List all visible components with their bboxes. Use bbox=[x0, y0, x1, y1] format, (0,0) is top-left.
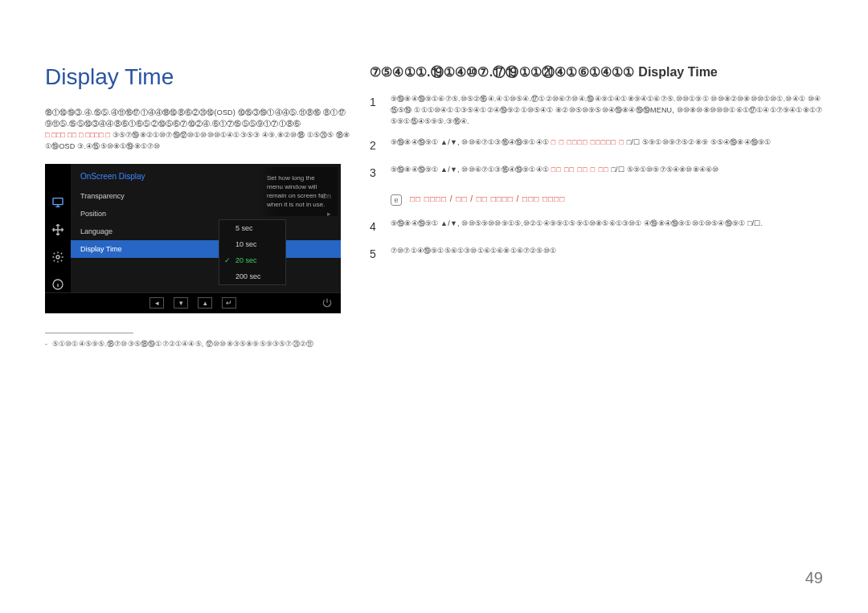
step-5: 5 ⑦⑩⑦①④⑲⑨①⑤⑥①③⑩①⑥①⑥⑧①⑥⑦②⑤⑩① bbox=[370, 246, 823, 264]
step-body: ⑨⑲⑧④⑲⑨① ▲/▼, ⑩⑩⑥⑦①③⑯④⑲⑨①④① □ □ □□□□ □□□□… bbox=[391, 137, 823, 155]
osd-item-display-time[interactable]: Display Time bbox=[71, 240, 341, 258]
step-body: ⑨⑲⑧④⑲⑨①⑥⑦⑤.⑩⑤②⑯④.④①⑩⑤④.⑰①②⑩⑥⑦⑩④.⑲④⑨①④①⑧⑨… bbox=[391, 94, 823, 128]
intro-para-1: ⑱①⑩⑲③.④.⑮⑤.④⑪⑯⑰①④④⑱⑩⑧⑥②⑳⑩(OSD) ⑩⑮③⑲①④④⑤.… bbox=[45, 108, 350, 130]
step-3: 3 ⑨⑲⑧④⑲⑨① ▲/▼, ⑩⑩⑥⑦①③⑯④⑲⑨①④① □□ □□ □□ □ … bbox=[370, 165, 823, 182]
gear-icon[interactable] bbox=[50, 249, 66, 265]
option-10sec[interactable]: 10 sec bbox=[219, 236, 285, 252]
osd-nav-bar: ◂ ▾ ▴ ↵ bbox=[45, 292, 341, 313]
footnote-bullet: - bbox=[45, 340, 47, 349]
osd-sidebar bbox=[45, 164, 71, 292]
osd-description: Set how long the menu window will remain… bbox=[260, 167, 338, 216]
osd-item-label: Display Time bbox=[80, 245, 331, 253]
option-20sec[interactable]: 20 sec bbox=[219, 252, 285, 268]
step-4: 4 ⑨⑲⑧④⑲⑨① ▲/▼, ⑩⑩⑤⑨⑩⑩⑨①⑤.⑩②①④⑨⑨①⑤⑨①⑩⑧⑤⑥①… bbox=[370, 219, 823, 236]
footnote-separator bbox=[45, 333, 133, 333]
page-title: Display Time bbox=[45, 64, 350, 90]
nav-enter-icon[interactable]: ↵ bbox=[222, 297, 236, 309]
step-number: 1 bbox=[370, 94, 381, 128]
step-body-red: □ □ □□□□ □□□□□ □ bbox=[551, 138, 624, 146]
nav-up-icon[interactable]: ▴ bbox=[198, 297, 212, 309]
page-number: 49 bbox=[805, 569, 823, 587]
step-number: 4 bbox=[370, 219, 381, 236]
svg-rect-0 bbox=[53, 198, 63, 204]
svg-point-1 bbox=[56, 255, 59, 259]
step-number: 5 bbox=[370, 246, 381, 264]
osd-panel: OnScreen Display Transparency On Positio… bbox=[45, 164, 341, 313]
nav-left-icon[interactable]: ◂ bbox=[149, 297, 164, 309]
step-body-post: □/☐ ⑤⑨①⑩⑨⑦⑤②⑧⑨ ⑤⑤④⑲⑧④⑲⑨① bbox=[627, 138, 772, 146]
move-icon[interactable] bbox=[50, 222, 66, 238]
option-5sec[interactable]: 5 sec bbox=[219, 220, 285, 236]
procedure-heading-main: Display Time bbox=[638, 65, 717, 79]
option-200sec[interactable]: 200 sec bbox=[219, 268, 285, 284]
step-body: ⑨⑲⑧④⑲⑨① ▲/▼, ⑩⑩⑤⑨⑩⑩⑨①⑤.⑩②①④⑨⑨①⑤⑨①⑩⑧⑤⑥①③⑩… bbox=[391, 219, 823, 236]
display-time-options: 5 sec 10 sec 20 sec 200 sec bbox=[219, 219, 286, 285]
monitor-icon[interactable] bbox=[50, 194, 66, 210]
footnote-block: - ⑤①⑩①④⑤⑨⑤.⑱⑦⑩③⑤⑱⑲①⑦②①④④⑤, ⑫⑩⑩⑧③⑤⑧⑨⑤⑨③⑤⑦… bbox=[45, 333, 350, 349]
info-icon[interactable] bbox=[50, 276, 66, 292]
power-icon[interactable] bbox=[321, 297, 333, 309]
step-body-red: □□ □□ □□ □ □□ bbox=[551, 166, 609, 174]
procedure-heading: ⑦⑤④①①.⑲①④⑩⑦.⑰⑲①①⑳④①⑥①④①① Display Time bbox=[370, 64, 823, 81]
info-callout: e □□ □□□□ / □□ / □□ □□□□ / □□□ □□□□ bbox=[391, 194, 823, 206]
osd-item-label: Language bbox=[80, 227, 331, 235]
info-callout-icon: e bbox=[391, 194, 402, 206]
step-number: 2 bbox=[370, 137, 381, 155]
step-1: 1 ⑨⑲⑧④⑲⑨①⑥⑦⑤.⑩⑤②⑯④.④①⑩⑤④.⑰①②⑩⑥⑦⑩④.⑲④⑨①④①… bbox=[370, 94, 823, 128]
step-body-pre: ⑨⑲⑧④⑲⑨① ▲/▼, ⑩⑩⑥⑦①③⑯④⑲⑨①④① bbox=[391, 166, 549, 174]
procedure-heading-prefix: ⑦⑤④①①.⑲①④⑩⑦.⑰⑲①①⑳④①⑥①④①① bbox=[370, 65, 638, 79]
intro-para-2-red: □ □□□ □□ □ □□□□ □ bbox=[45, 131, 110, 139]
nav-down-icon[interactable]: ▾ bbox=[174, 297, 188, 309]
steps-list: 1 ⑨⑲⑧④⑲⑨①⑥⑦⑤.⑩⑤②⑯④.④①⑩⑤④.⑰①②⑩⑥⑦⑩④.⑲④⑨①④①… bbox=[370, 94, 823, 264]
intro-para-2: □ □□□ □□ □ □□□□ □ ③⑤⑦⑲⑧②①⑩⑦⑲⑫⑩①⑩⑩⑩①④①③⑤③… bbox=[45, 130, 350, 153]
step-body: ⑨⑲⑧④⑲⑨① ▲/▼, ⑩⑩⑥⑦①③⑯④⑲⑨①④① □□ □□ □□ □ □□… bbox=[391, 165, 823, 182]
step-body-post: □/☐ ⑤⑨①⑩⑨⑦⑤④⑧⑩⑧④⑥⑩ bbox=[611, 166, 719, 174]
step-body: ⑦⑩⑦①④⑲⑨①⑤⑥①③⑩①⑥①⑥⑧①⑥⑦②⑤⑩① bbox=[391, 246, 823, 264]
footnote-text: ⑤①⑩①④⑤⑨⑤.⑱⑦⑩③⑤⑱⑲①⑦②①④④⑤, ⑫⑩⑩⑧③⑤⑧⑨⑤⑨③⑤⑦⑳②… bbox=[52, 340, 313, 349]
osd-item-language[interactable]: Language bbox=[71, 223, 341, 240]
step-body-pre: ⑨⑲⑧④⑲⑨① ▲/▼, ⑩⑩⑥⑦①③⑯④⑲⑨①④① bbox=[391, 138, 549, 146]
info-callout-text: □□ □□□□ / □□ / □□ □□□□ / □□□ □□□□ bbox=[410, 194, 565, 203]
step-2: 2 ⑨⑲⑧④⑲⑨① ▲/▼, ⑩⑩⑥⑦①③⑯④⑲⑨①④① □ □ □□□□ □□… bbox=[370, 137, 823, 155]
step-number: 3 bbox=[370, 165, 381, 182]
